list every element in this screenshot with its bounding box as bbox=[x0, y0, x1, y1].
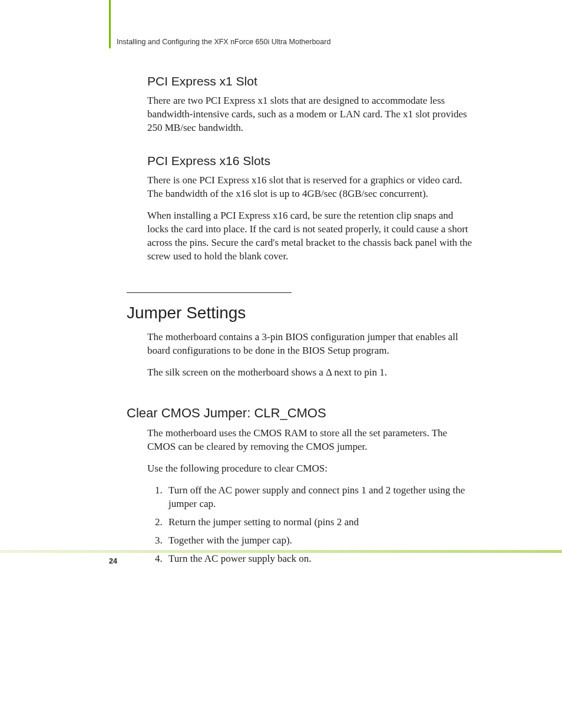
page-content: Installing and Configuring the XFX nForc… bbox=[0, 0, 562, 566]
list-item: Turn the AC power supply back on. bbox=[165, 552, 474, 566]
heading-pci-x1: PCI Express x1 Slot bbox=[147, 74, 474, 88]
heading-pci-x16: PCI Express x16 Slots bbox=[147, 154, 474, 168]
heading-clear-cmos: Clear CMOS Jumper: CLR_CMOS bbox=[127, 406, 474, 421]
paragraph: Use the following procedure to clear CMO… bbox=[147, 462, 474, 476]
paragraph: When installing a PCI Express x16 card, … bbox=[147, 209, 474, 263]
paragraph: The motherboard contains a 3-pin BIOS co… bbox=[147, 331, 474, 358]
section-pci-x1: PCI Express x1 Slot There are two PCI Ex… bbox=[147, 74, 474, 135]
section-pci-x16: PCI Express x16 Slots There is one PCI E… bbox=[147, 154, 474, 263]
paragraph: There are two PCI Express x1 slots that … bbox=[147, 94, 474, 135]
list-item: Return the jumper setting to normal (pin… bbox=[165, 516, 474, 529]
footer-gradient-rule bbox=[0, 550, 562, 553]
list-item: Turn off the AC power supply and connect… bbox=[165, 484, 474, 511]
section-jumper: Jumper Settings The motherboard contains… bbox=[147, 292, 474, 380]
section-divider bbox=[127, 292, 292, 293]
paragraph: The motherboard uses the CMOS RAM to sto… bbox=[147, 427, 474, 454]
list-item: Together with the jumper cap). bbox=[165, 534, 474, 548]
page-number: 24 bbox=[109, 557, 117, 565]
procedure-list: Turn off the AC power supply and connect… bbox=[158, 484, 474, 566]
section-clear-cmos: Clear CMOS Jumper: CLR_CMOS The motherbo… bbox=[147, 406, 474, 566]
paragraph: There is one PCI Express x16 slot that i… bbox=[147, 174, 474, 201]
heading-jumper-settings: Jumper Settings bbox=[127, 304, 474, 322]
paragraph: The silk screen on the motherboard shows… bbox=[147, 366, 474, 380]
running-header: Installing and Configuring the XFX nForc… bbox=[117, 38, 474, 46]
